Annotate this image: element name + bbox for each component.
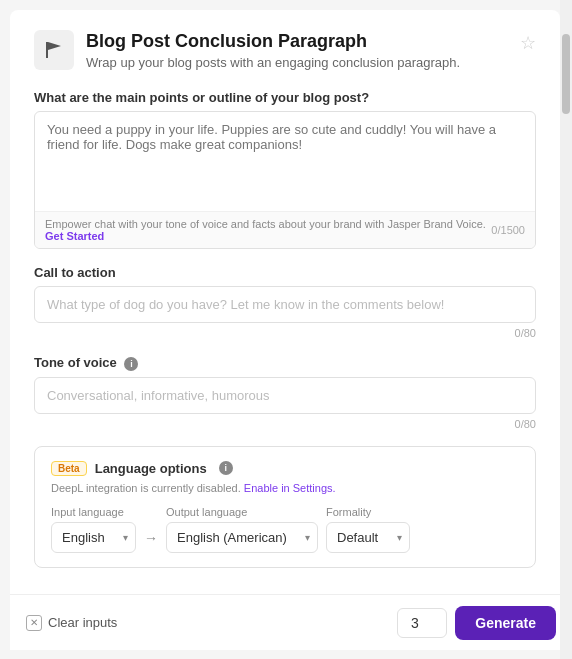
footer-right: Generate	[397, 606, 556, 640]
input-lang-col: Input language English ▾	[51, 506, 136, 553]
tone-info-icon[interactable]: i	[124, 357, 138, 371]
generate-button[interactable]: Generate	[455, 606, 556, 640]
brand-voice-link[interactable]: Get Started	[45, 230, 104, 242]
app-icon	[34, 30, 74, 70]
header: Blog Post Conclusion Paragraph Wrap up y…	[34, 30, 536, 70]
lang-header: Beta Language options i	[51, 461, 519, 476]
formality-select[interactable]: Default	[326, 522, 410, 553]
formality-col: Formality Default ▾	[326, 506, 410, 553]
output-lang-col: Output language English (American) ▾	[166, 506, 318, 553]
tone-of-voice-label: Tone of voice i	[34, 355, 536, 371]
call-to-action-char-count: 0/80	[34, 327, 536, 339]
footer-bar: ✕ Clear inputs Generate	[10, 594, 572, 650]
generation-count-input[interactable]	[397, 608, 447, 638]
arrow-right-icon: →	[144, 530, 158, 546]
x-icon: ✕	[26, 615, 42, 631]
star-icon[interactable]: ☆	[520, 32, 536, 54]
flag-icon	[43, 39, 65, 61]
lang-info-icon[interactable]: i	[219, 461, 233, 475]
tone-of-voice-section: Tone of voice i 0/80	[34, 355, 536, 430]
output-lang-select-wrapper: English (American) ▾	[166, 522, 318, 553]
page-subtitle: Wrap up your blog posts with an engaging…	[86, 55, 460, 70]
tone-of-voice-input[interactable]	[34, 377, 536, 414]
main-points-wrapper: Empower chat with your tone of voice and…	[34, 111, 536, 249]
lang-row: Input language English ▾ → Output langua…	[51, 506, 519, 553]
output-lang-label: Output language	[166, 506, 318, 518]
deepl-settings-link[interactable]: Enable in Settings.	[244, 482, 336, 494]
main-points-input[interactable]	[35, 112, 535, 207]
call-to-action-section: Call to action 0/80	[34, 265, 536, 339]
language-options-box: Beta Language options i DeepL integratio…	[34, 446, 536, 568]
main-panel: Blog Post Conclusion Paragraph Wrap up y…	[10, 10, 560, 650]
deepl-notice: DeepL integration is currently disabled.…	[51, 482, 519, 494]
header-text: Blog Post Conclusion Paragraph Wrap up y…	[86, 30, 460, 70]
page-title: Blog Post Conclusion Paragraph	[86, 30, 460, 53]
scrollbar-thumb[interactable]	[562, 34, 570, 114]
call-to-action-label: Call to action	[34, 265, 536, 280]
main-points-label: What are the main points or outline of y…	[34, 90, 536, 105]
input-lang-label: Input language	[51, 506, 136, 518]
brand-voice-text: Empower chat with your tone of voice and…	[45, 218, 491, 242]
svg-rect-0	[46, 42, 48, 58]
main-points-section: What are the main points or outline of y…	[34, 90, 536, 249]
clear-inputs-button[interactable]: ✕ Clear inputs	[26, 615, 117, 631]
input-lang-select[interactable]: English	[51, 522, 136, 553]
output-lang-select[interactable]: English (American)	[166, 522, 318, 553]
brand-voice-bar: Empower chat with your tone of voice and…	[35, 211, 535, 248]
scrollbar[interactable]	[560, 0, 572, 659]
input-lang-select-wrapper: English ▾	[51, 522, 136, 553]
call-to-action-input[interactable]	[34, 286, 536, 323]
formality-select-wrapper: Default ▾	[326, 522, 410, 553]
beta-badge: Beta	[51, 461, 87, 476]
formality-label: Formality	[326, 506, 410, 518]
lang-title: Language options	[95, 461, 207, 476]
header-left: Blog Post Conclusion Paragraph Wrap up y…	[34, 30, 460, 70]
clear-inputs-label: Clear inputs	[48, 615, 117, 630]
tone-char-count: 0/80	[34, 418, 536, 430]
main-points-char-count: 0/1500	[491, 224, 525, 236]
